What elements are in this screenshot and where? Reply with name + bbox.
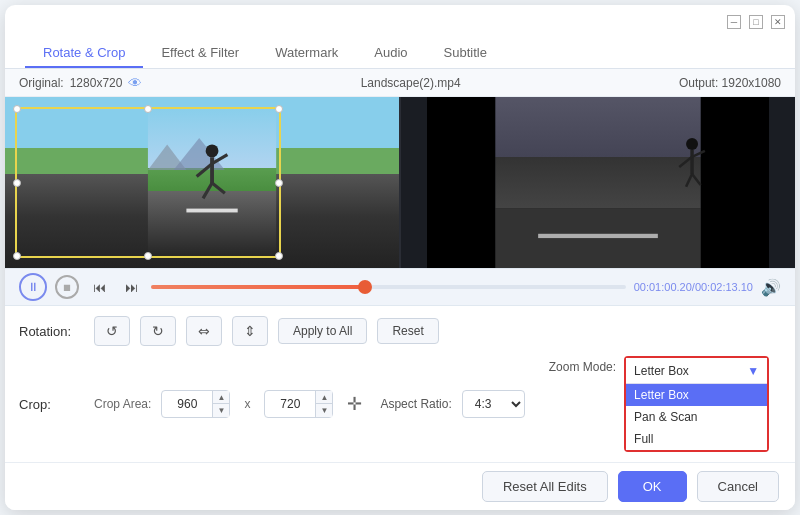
output-resolution: 1920x1080 bbox=[722, 76, 781, 90]
controls-section: Rotation: ↺ ↻ ⇔ ⇕ Apply to All Reset Cro… bbox=[5, 306, 795, 462]
close-button[interactable]: ✕ bbox=[771, 15, 785, 29]
total-time: 00:02:13.10 bbox=[695, 281, 753, 293]
filename-label: Landscape(2).mp4 bbox=[361, 76, 461, 90]
move-icon: ✛ bbox=[347, 393, 362, 415]
progress-fill bbox=[151, 285, 365, 289]
crop-width-down[interactable]: ▼ bbox=[213, 404, 229, 417]
progress-track[interactable] bbox=[151, 285, 626, 289]
tab-effect-filter[interactable]: Effect & Filter bbox=[143, 39, 257, 68]
skater-figure-left bbox=[84, 106, 340, 260]
crop-area-label: Crop Area: bbox=[94, 397, 151, 411]
main-window: ─ □ ✕ Rotate & Crop Effect & Filter Wate… bbox=[5, 5, 795, 510]
crop-height-spinners: ▲ ▼ bbox=[315, 391, 332, 417]
footer-bar: Reset All Edits OK Cancel bbox=[5, 462, 795, 510]
minimize-button[interactable]: ─ bbox=[727, 15, 741, 29]
preview-right bbox=[401, 97, 795, 268]
rotation-row: Rotation: ↺ ↻ ⇔ ⇕ Apply to All Reset bbox=[19, 316, 781, 346]
volume-icon[interactable]: 🔊 bbox=[761, 278, 781, 297]
info-bar: Original: 1280x720 👁 Landscape(2).mp4 Ou… bbox=[5, 69, 795, 97]
current-time: 00:01:00.20 bbox=[634, 281, 692, 293]
rotate-cw-button[interactable]: ↻ bbox=[140, 316, 176, 346]
source-video-frame bbox=[5, 97, 399, 268]
cancel-button[interactable]: Cancel bbox=[697, 471, 779, 502]
progress-thumb[interactable] bbox=[358, 280, 372, 294]
dropdown-arrow-icon: ▼ bbox=[747, 364, 759, 378]
rotation-label: Rotation: bbox=[19, 324, 84, 339]
crop-width-input[interactable]: 960 bbox=[162, 391, 212, 417]
flip-h-button[interactable]: ⇔ bbox=[186, 316, 222, 346]
aspect-ratio-select[interactable]: 4:3 16:9 1:1 Free bbox=[462, 390, 525, 418]
crop-handle-tl[interactable] bbox=[13, 105, 21, 113]
tabs-bar: Rotate & Crop Effect & Filter Watermark … bbox=[5, 33, 795, 69]
crop-height-down[interactable]: ▼ bbox=[316, 404, 332, 417]
svg-point-4 bbox=[205, 144, 218, 157]
crop-label: Crop: bbox=[19, 397, 84, 412]
preview-left bbox=[5, 97, 399, 268]
crop-width-input-group: 960 ▲ ▼ bbox=[161, 390, 230, 418]
tab-rotate-crop[interactable]: Rotate & Crop bbox=[25, 39, 143, 68]
reset-rotation-button[interactable]: Reset bbox=[377, 318, 438, 344]
crop-width-spinners: ▲ ▼ bbox=[212, 391, 229, 417]
crop-handle-bl[interactable] bbox=[13, 252, 21, 260]
crop-row: Crop: Crop Area: 960 ▲ ▼ x 720 ▲ ▼ ✛ Asp… bbox=[19, 356, 781, 452]
aspect-ratio-label: Aspect Ratio: bbox=[380, 397, 451, 411]
zoom-mode-list: Letter Box Pan & Scan Full bbox=[626, 384, 767, 450]
svg-rect-15 bbox=[538, 234, 658, 238]
crop-handle-ml[interactable] bbox=[13, 179, 21, 187]
reset-all-edits-button[interactable]: Reset All Edits bbox=[482, 471, 608, 502]
preview-area bbox=[5, 97, 795, 268]
svg-point-16 bbox=[686, 138, 698, 150]
original-info: Original: 1280x720 👁 bbox=[19, 75, 142, 91]
original-label: Original: bbox=[19, 76, 64, 90]
ok-button[interactable]: OK bbox=[618, 471, 687, 502]
tab-watermark[interactable]: Watermark bbox=[257, 39, 356, 68]
zoom-mode-header[interactable]: Letter Box ▼ bbox=[626, 358, 767, 384]
pause-button[interactable]: ⏸ bbox=[19, 273, 47, 301]
tab-subtitle[interactable]: Subtitle bbox=[426, 39, 505, 68]
title-bar: ─ □ ✕ bbox=[5, 5, 795, 33]
preview-inner bbox=[5, 97, 795, 268]
flip-v-button[interactable]: ⇕ bbox=[232, 316, 268, 346]
svg-rect-1 bbox=[186, 208, 237, 212]
size-separator: x bbox=[244, 397, 250, 411]
maximize-button[interactable]: □ bbox=[749, 15, 763, 29]
crop-height-input-group: 720 ▲ ▼ bbox=[264, 390, 333, 418]
zoom-option-letterbox[interactable]: Letter Box bbox=[626, 384, 767, 406]
window-controls: ─ □ ✕ bbox=[727, 15, 785, 29]
crop-width-up[interactable]: ▲ bbox=[213, 391, 229, 404]
time-display: 00:01:00.20/00:02:13.10 bbox=[634, 281, 753, 293]
zoom-mode-selected: Letter Box bbox=[634, 364, 689, 378]
svg-rect-12 bbox=[701, 97, 769, 268]
tab-audio[interactable]: Audio bbox=[356, 39, 425, 68]
next-frame-button[interactable]: ⏭ bbox=[119, 275, 143, 299]
zoom-option-panscan[interactable]: Pan & Scan bbox=[626, 406, 767, 428]
zoom-mode-group: Zoom Mode: Letter Box ▼ Letter Box Pan &… bbox=[549, 356, 769, 452]
zoom-mode-label: Zoom Mode: bbox=[549, 356, 616, 374]
output-info: Output: 1920x1080 bbox=[679, 76, 781, 90]
rotate-ccw-button[interactable]: ↺ bbox=[94, 316, 130, 346]
stop-button[interactable]: ⏹ bbox=[55, 275, 79, 299]
output-video-frame bbox=[401, 97, 795, 268]
apply-to-all-button[interactable]: Apply to All bbox=[278, 318, 367, 344]
crop-height-input[interactable]: 720 bbox=[265, 391, 315, 417]
prev-frame-button[interactable]: ⏮ bbox=[87, 275, 111, 299]
zoom-option-full[interactable]: Full bbox=[626, 428, 767, 450]
original-resolution: 1280x720 bbox=[70, 76, 123, 90]
playback-bar: ⏸ ⏹ ⏮ ⏭ 00:01:00.20/00:02:13.10 🔊 bbox=[5, 268, 795, 306]
output-label: Output: bbox=[679, 76, 718, 90]
svg-rect-11 bbox=[427, 97, 495, 268]
zoom-mode-dropdown[interactable]: Letter Box ▼ Letter Box Pan & Scan Full bbox=[624, 356, 769, 452]
crop-height-up[interactable]: ▲ bbox=[316, 391, 332, 404]
eye-icon[interactable]: 👁 bbox=[128, 75, 142, 91]
